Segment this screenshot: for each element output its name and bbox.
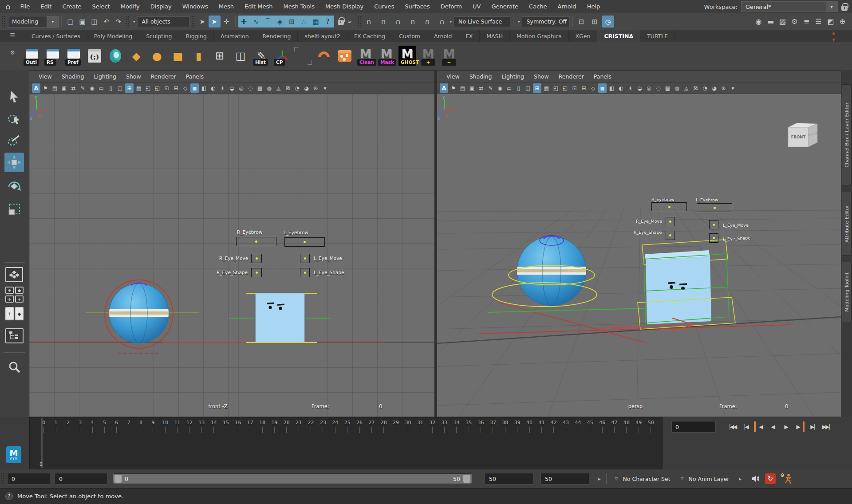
shelf-history-button[interactable]: ✎Hist: [252, 46, 270, 66]
grease-pencil-icon[interactable]: ✎: [486, 83, 495, 93]
tab-cristina[interactable]: CRISTINA: [597, 30, 640, 42]
field-chart-icon[interactable]: ▦: [134, 83, 143, 93]
menu-deform[interactable]: Deform: [435, 0, 467, 13]
select-tool[interactable]: [4, 88, 24, 106]
screen-space-ao-icon[interactable]: ◎: [645, 83, 653, 93]
tab-animation[interactable]: Animation: [214, 30, 256, 42]
persp-sphere[interactable]: [516, 236, 587, 306]
l-eye-shape-control[interactable]: [300, 268, 310, 277]
tab-turtle[interactable]: TURTLE: [640, 30, 675, 42]
step-forward-frame-button[interactable]: ▶: [794, 421, 805, 432]
chevron-down-icon[interactable]: ▾: [516, 20, 522, 24]
menu-surfaces[interactable]: Surfaces: [399, 0, 435, 13]
menu-select[interactable]: Select: [87, 0, 115, 13]
r-eye-shape-control[interactable]: [251, 268, 262, 277]
frame-cell[interactable]: 41: [536, 418, 548, 436]
renderer-menu-icon[interactable]: ▾: [321, 83, 329, 93]
frame-cell[interactable]: 33: [438, 418, 450, 436]
frame-cell[interactable]: 25: [341, 418, 353, 436]
frame-cell[interactable]: 26: [353, 418, 365, 436]
shelf-render-setup-button[interactable]: RS: [44, 46, 62, 66]
r-eyebrow-control[interactable]: [236, 237, 276, 246]
expand-right-icon[interactable]: ▸: [736, 476, 744, 482]
playback-loop-button[interactable]: ↻: [765, 473, 776, 484]
camera-bookmark-icon[interactable]: ⚑: [41, 83, 50, 93]
outliner-panel-button[interactable]: [5, 328, 24, 343]
tab-rigging[interactable]: Rigging: [179, 30, 214, 42]
tab-custom[interactable]: Custom: [392, 30, 427, 42]
selection-mask-field[interactable]: All objects: [137, 16, 189, 27]
smooth-shade-icon[interactable]: ◼: [598, 83, 607, 93]
shadows-icon[interactable]: ◒: [635, 83, 644, 93]
tab-arnold[interactable]: Arnold: [427, 30, 459, 42]
frame-cell[interactable]: 34: [450, 418, 462, 436]
frame-all-icon[interactable]: ⊡: [570, 83, 579, 93]
chevron-down-icon[interactable]: ▾: [448, 20, 454, 24]
frame-cell[interactable]: 44: [572, 418, 584, 436]
frame-all-icon[interactable]: ⊡: [162, 83, 171, 93]
tab-mash[interactable]: MASH: [480, 30, 510, 42]
shelf-poly-cube-button[interactable]: ■: [169, 46, 187, 66]
menu-cache[interactable]: Cache: [524, 0, 552, 13]
panel-menu-show[interactable]: Show: [121, 73, 146, 80]
range-grip[interactable]: [1, 472, 4, 485]
image-plane-icon[interactable]: ▣: [468, 83, 476, 93]
select-camera-icon[interactable]: A: [32, 83, 40, 93]
panel-menu-renderer[interactable]: Renderer: [146, 73, 181, 80]
grid-icon[interactable]: ⊞: [125, 83, 134, 93]
frame-cell[interactable]: 0: [38, 418, 50, 436]
motion-blur-icon[interactable]: ◌: [246, 83, 255, 93]
field-chart-icon[interactable]: ▦: [542, 83, 551, 93]
chevron-down-icon[interactable]: ▾: [47, 16, 59, 28]
pane-divider[interactable]: [435, 70, 437, 417]
play-forwards-button[interactable]: ▶: [781, 421, 791, 432]
output-connections-icon[interactable]: ⊞: [589, 16, 601, 28]
chevron-down-icon[interactable]: ▾: [131, 20, 137, 24]
workspace-lock-icon[interactable]: [841, 6, 848, 11]
motion-blur-icon[interactable]: ◌: [654, 83, 663, 93]
frame-cell[interactable]: 6: [110, 418, 122, 436]
snapshot-icon[interactable]: ⊛: [312, 83, 320, 93]
frame-cell[interactable]: 20: [280, 418, 292, 436]
snap-to-grid-icon[interactable]: ∩: [363, 16, 375, 28]
frame-cell[interactable]: 10: [159, 418, 171, 436]
new-scene-icon[interactable]: ▢: [64, 16, 76, 28]
camera-attributes-icon[interactable]: ▤: [458, 83, 467, 93]
globe-icon[interactable]: ⊕: [836, 16, 848, 28]
exposure-icon[interactable]: ◔: [701, 83, 709, 93]
render-settings-icon[interactable]: ⚙: [789, 16, 801, 28]
chevron-down-icon[interactable]: ▽: [613, 476, 620, 481]
render-current-frame-icon[interactable]: ▬: [765, 16, 777, 28]
tab-poly-modeling[interactable]: Poly Modeling: [87, 30, 139, 42]
shelf-protractor-button[interactable]: [315, 46, 333, 66]
lattice-icon[interactable]: ⊞: [286, 16, 298, 28]
frame-cell[interactable]: 32: [426, 418, 438, 436]
workspace-select[interactable]: General* ▾: [741, 1, 838, 12]
camera-icon[interactable]: ◉: [496, 83, 504, 93]
menu-generate[interactable]: Generate: [486, 0, 524, 13]
frame-cell[interactable]: 27: [366, 418, 378, 436]
step-forward-key-button[interactable]: ▶|: [807, 421, 818, 432]
frame-cell[interactable]: 7: [123, 418, 135, 436]
film-gate-icon[interactable]: ▭: [505, 83, 513, 93]
camera-attributes-icon[interactable]: ▤: [51, 83, 59, 93]
help-icon[interactable]: ?: [5, 492, 13, 500]
chevron-down-icon[interactable]: ▾: [826, 2, 837, 12]
curve-point-icon[interactable]: ⌒: [262, 16, 274, 28]
grid-icon[interactable]: ⊞: [533, 83, 541, 93]
xray-icon[interactable]: ⊠: [691, 83, 700, 93]
construction-history-icon[interactable]: ◷: [602, 16, 614, 28]
resolution-gate-icon[interactable]: ▯: [514, 83, 523, 93]
control-dot[interactable]: [255, 240, 257, 243]
toolbar-grip[interactable]: [191, 16, 195, 28]
snap-to-point-icon[interactable]: ∩: [392, 16, 404, 28]
frame-cell[interactable]: 1: [50, 418, 62, 436]
layout-persp-front-button[interactable]: +: [15, 295, 24, 303]
menu-mesh-display[interactable]: Mesh Display: [320, 0, 369, 13]
shelf-poly-sphere-button[interactable]: ●: [148, 46, 166, 66]
frame-cell[interactable]: 14: [208, 418, 220, 436]
toolbar-grip[interactable]: [2, 16, 5, 28]
camera-icon[interactable]: ◉: [88, 83, 96, 93]
symmetry-field[interactable]: Symmetry: Off: [522, 16, 570, 27]
move-tool[interactable]: [4, 153, 24, 172]
